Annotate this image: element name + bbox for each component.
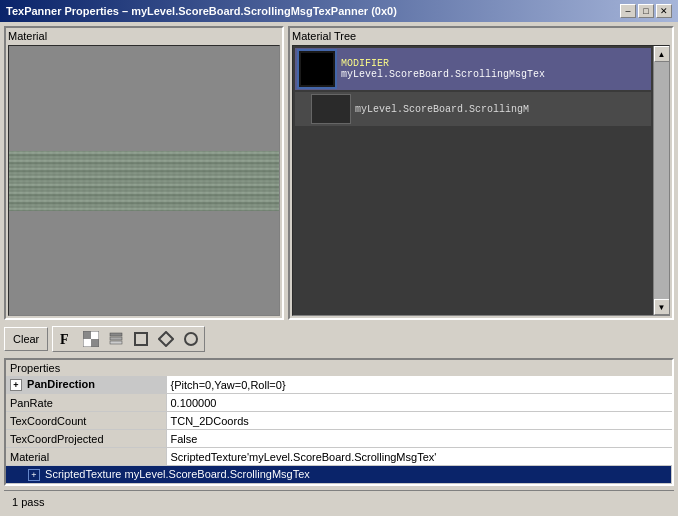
prop-expanded-item-label: ScriptedTexture myLevel.ScoreBoard.Scrol…: [45, 468, 310, 480]
minimize-button[interactable]: –: [620, 4, 636, 18]
main-content: Material Material Tree M: [0, 22, 678, 516]
toolbar-row: Clear F: [4, 324, 674, 353]
expand-icon[interactable]: +: [10, 379, 22, 391]
svg-rect-8: [110, 341, 122, 344]
svg-rect-4: [83, 339, 91, 347]
tree-item-sub[interactable]: myLevel.ScoreBoard.ScrollingM: [295, 92, 651, 126]
tree-inner: MODIFIER myLevel.ScoreBoard.ScrollingMsg…: [292, 45, 670, 316]
layers-icon: [108, 331, 124, 347]
svg-text:F: F: [60, 332, 69, 347]
tree-thumb-small: [311, 94, 351, 124]
tree-item-sub-text: myLevel.ScoreBoard.ScrollingM: [355, 104, 529, 115]
title-bar: TexPanner Properties – myLevel.ScoreBoar…: [0, 0, 678, 22]
modifier-label: MODIFIER: [341, 58, 545, 69]
table-row[interactable]: TexCoordProjected False: [6, 430, 672, 448]
status-text: 1 pass: [12, 496, 44, 508]
prop-key-material: Material: [10, 451, 49, 463]
prop-value-panrate: 0.100000: [166, 394, 672, 412]
properties-table: + PanDirection {Pitch=0,Yaw=0,Roll=0} Pa…: [6, 376, 672, 485]
prop-key-texcoordprojected: TexCoordProjected: [10, 433, 104, 445]
table-row[interactable]: PanRate 0.100000: [6, 394, 672, 412]
square-outline-icon-button[interactable]: [129, 328, 153, 350]
tree-panel-label: Material Tree: [292, 30, 670, 42]
table-row[interactable]: + PanDirection {Pitch=0,Yaw=0,Roll=0}: [6, 376, 672, 394]
tree-item-modifier-text: MODIFIER myLevel.ScoreBoard.ScrollingMsg…: [341, 58, 545, 80]
properties-panel: Properties + PanDirection {Pitch=0,Yaw=0…: [4, 358, 674, 487]
bold-f-icon-button[interactable]: F: [54, 328, 78, 350]
modifier-sublabel: myLevel.ScoreBoard.ScrollingMsgTex: [341, 69, 545, 80]
svg-marker-10: [159, 332, 173, 346]
tree-content: MODIFIER myLevel.ScoreBoard.ScrollingMsg…: [293, 46, 653, 130]
svg-rect-9: [135, 333, 147, 345]
tree-content-area: MODIFIER myLevel.ScoreBoard.ScrollingMsg…: [293, 46, 653, 315]
prop-key-texcoordcount: TexCoordCount: [10, 415, 86, 427]
circle-icon: [183, 331, 199, 347]
svg-rect-2: [91, 339, 99, 347]
close-button[interactable]: ✕: [656, 4, 672, 18]
prop-value-texcoordprojected: False: [166, 430, 672, 448]
checkerboard-icon: [83, 331, 99, 347]
material-panel-label: Material: [8, 30, 280, 42]
prop-key-panrate: PanRate: [10, 397, 53, 409]
table-row-expanded[interactable]: + ScriptedTexture myLevel.ScoreBoard.Scr…: [6, 466, 672, 484]
scroll-down-button[interactable]: ▼: [654, 299, 670, 315]
table-row[interactable]: Material ScriptedTexture'myLevel.ScoreBo…: [6, 448, 672, 466]
table-row[interactable]: TexCoordCount TCN_2DCoords: [6, 412, 672, 430]
tree-item-modifier[interactable]: MODIFIER myLevel.ScoreBoard.ScrollingMsg…: [295, 48, 651, 90]
checkerboard-icon-button[interactable]: [79, 328, 103, 350]
prop-value-pandirection: {Pitch=0,Yaw=0,Roll=0}: [166, 376, 672, 394]
expand-icon-sub[interactable]: +: [28, 469, 40, 481]
svg-rect-7: [110, 337, 122, 340]
clear-button[interactable]: Clear: [4, 327, 48, 351]
material-texture: [9, 151, 279, 211]
svg-point-11: [185, 333, 197, 345]
diamond-icon-button[interactable]: [154, 328, 178, 350]
scroll-up-button[interactable]: ▲: [654, 46, 670, 62]
circle-icon-button[interactable]: [179, 328, 203, 350]
layers-icon-button[interactable]: [104, 328, 128, 350]
material-preview: [8, 45, 280, 316]
svg-rect-3: [91, 331, 99, 339]
tree-thumb-inner: [301, 53, 333, 85]
material-panel: Material: [4, 26, 284, 320]
maximize-button[interactable]: □: [638, 4, 654, 18]
tree-thumbnail-modifier: [297, 49, 337, 89]
toolbar-icons: F: [52, 326, 205, 352]
properties-panel-label: Properties: [6, 360, 672, 376]
title-bar-buttons: – □ ✕: [620, 4, 672, 18]
square-outline-icon: [133, 331, 149, 347]
prop-key-pandirection: PanDirection: [27, 378, 95, 390]
status-bar: 1 pass: [4, 490, 674, 512]
tree-scrollbar[interactable]: ▲ ▼: [653, 46, 669, 315]
svg-rect-6: [110, 333, 122, 336]
diamond-icon: [158, 331, 174, 347]
prop-value-material: ScriptedTexture'myLevel.ScoreBoard.Scrol…: [166, 448, 672, 466]
scroll-track[interactable]: [654, 62, 669, 299]
tree-panel: Material Tree MODIFIER myLevel.ScoreBoar…: [288, 26, 674, 320]
window-title: TexPanner Properties – myLevel.ScoreBoar…: [6, 5, 397, 17]
bold-f-icon: F: [58, 331, 74, 347]
prop-value-texcoordcount: TCN_2DCoords: [166, 412, 672, 430]
svg-rect-1: [83, 331, 91, 339]
top-row: Material Material Tree M: [4, 26, 674, 320]
